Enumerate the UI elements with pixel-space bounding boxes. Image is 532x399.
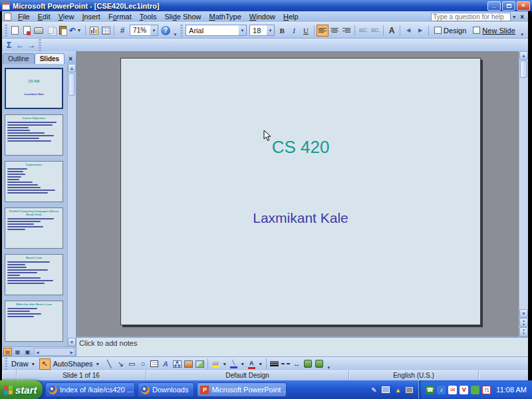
start-button[interactable]: start — [0, 380, 43, 399]
status-language[interactable]: English (U.S.) — [349, 370, 479, 380]
toolbar-grip[interactable] — [5, 25, 7, 37]
permission-button[interactable] — [21, 25, 33, 37]
menu-insert[interactable]: Insert — [78, 12, 104, 21]
zoom-dropdown-icon[interactable]: ▾ — [150, 25, 158, 35]
normal-view-button[interactable]: ▤ — [3, 348, 12, 356]
scroll-right-icon[interactable]: ▶ — [68, 350, 74, 354]
menu-window[interactable]: Window — [245, 12, 279, 21]
horizontal-scrollbar[interactable]: ◀ ▶ — [34, 348, 75, 356]
arrow-style-button[interactable]: ↔ — [291, 358, 303, 370]
line-color-dropdown-icon[interactable]: ▾ — [239, 361, 246, 367]
formatting-toolbar-options[interactable]: ▾ — [519, 24, 526, 37]
restore-button[interactable] — [502, 1, 515, 11]
menu-help[interactable]: Help — [279, 12, 303, 21]
thumb-scroll-down-icon[interactable]: ▼ — [68, 338, 76, 346]
status-design-name[interactable]: Default Design — [146, 370, 349, 380]
align-center-button[interactable] — [329, 25, 340, 37]
arrow-button[interactable]: ↘ — [115, 358, 126, 370]
select-objects-button[interactable]: ↖ — [39, 358, 51, 370]
drawing-toolbar-options[interactable]: ▾ — [325, 357, 332, 370]
previous-slide-button[interactable]: ▲▲ — [519, 318, 528, 327]
volume-tray-icon[interactable]: ♪ — [437, 386, 446, 394]
taskbar-task-firefox-1[interactable]: Index of /kale/cs420 ... — [45, 382, 135, 397]
notes-pane[interactable]: Click to add notes — [76, 336, 528, 356]
slide-thumbnail-2[interactable]: Course Objectives — [5, 114, 65, 156]
document-close-icon[interactable]: × — [517, 13, 528, 21]
menu-format[interactable]: Format — [104, 12, 136, 21]
font-name-select[interactable]: Arial ▾ — [186, 25, 247, 36]
phone-tray-icon[interactable]: ☎ — [426, 386, 434, 394]
panel-close-icon[interactable]: × — [65, 55, 76, 64]
font-size-select[interactable]: 18 ▾ — [249, 25, 275, 36]
diagram-button[interactable] — [172, 358, 183, 370]
nav-toolbar-grip[interactable] — [39, 39, 41, 51]
slideshow-view-button[interactable]: ▣ — [23, 348, 32, 356]
menu-edit[interactable]: Edit — [34, 12, 55, 21]
line-button[interactable]: ╲ — [104, 358, 115, 370]
new-button[interactable] — [9, 25, 21, 37]
clipart-button[interactable] — [183, 358, 194, 370]
thumbnail-scrollbar[interactable]: ▲ ▼ — [67, 64, 76, 346]
slide-thumbnail-4[interactable]: Parallel Computing Languages (Glossy Bro… — [5, 207, 65, 249]
next-slide-button[interactable]: ▼▼ — [519, 327, 528, 336]
insert-table-button[interactable] — [100, 25, 112, 37]
underline-button[interactable]: U — [300, 25, 312, 37]
autoshapes-menu-button[interactable]: AutoShapes▾ — [51, 358, 104, 370]
help-button[interactable]: ? — [160, 25, 172, 37]
drawing-toolbar-grip[interactable] — [5, 358, 7, 370]
forward-icon[interactable]: → — [26, 40, 37, 51]
new-slide-button[interactable]: New Slide — [469, 24, 519, 37]
oval-button[interactable]: ○ — [138, 358, 149, 370]
line-color-button[interactable]: ╲ — [228, 358, 239, 370]
increase-font-button[interactable]: A — [386, 25, 398, 37]
italic-button[interactable]: I — [288, 25, 300, 37]
main-scroll-thumb[interactable] — [520, 61, 527, 78]
minimize-button[interactable]: _ — [487, 1, 501, 11]
standard-toolbar-options[interactable]: ▾ — [172, 24, 179, 37]
slide-thumbnail-5[interactable]: Moore's Law — [5, 254, 65, 295]
decrease-indent-button[interactable]: ◀ — [402, 25, 414, 37]
menu-slide-show[interactable]: Slide Show — [160, 12, 205, 21]
taskbar-task-firefox-2[interactable]: Downloads — [138, 382, 194, 397]
insert-picture-button[interactable] — [194, 358, 205, 370]
menu-tools[interactable]: Tools — [136, 12, 161, 21]
undo-button[interactable]: ↶▾ — [68, 25, 83, 37]
slide-thumbnail-6[interactable]: What else after Moore's Law — [5, 301, 65, 342]
mathtype-tray-icon[interactable]: 71 — [482, 386, 491, 394]
textbox-button[interactable] — [149, 358, 160, 370]
slide-subtitle-text[interactable]: Laxmikant Kale — [121, 210, 480, 226]
scroll-left-icon[interactable]: ◀ — [35, 350, 41, 354]
eraser-icon[interactable] — [406, 387, 413, 393]
slide-thumbnail-3[interactable]: Organization — [5, 161, 65, 202]
tab-outline[interactable]: Outline — [3, 53, 35, 64]
help-dropdown-icon[interactable]: ▾ — [511, 14, 517, 20]
zoom-select[interactable]: 71% ▾ — [130, 25, 158, 36]
numbering-button[interactable] — [357, 25, 369, 37]
show-grid-button[interactable]: # — [116, 25, 128, 37]
font-color-dropdown-icon[interactable]: ▾ — [257, 361, 264, 367]
thumb-scroll-thumb[interactable] — [68, 73, 75, 96]
fill-color-dropdown-icon[interactable]: ▾ — [221, 361, 228, 367]
main-scroll-down-icon[interactable]: ▼ — [519, 309, 528, 318]
close-button[interactable]: × — [517, 1, 530, 11]
bold-button[interactable]: B — [276, 25, 288, 37]
align-right-button[interactable] — [340, 25, 352, 37]
insert-chart-button[interactable] — [88, 25, 100, 37]
triangle-icon[interactable]: ▲ — [393, 385, 402, 394]
mail-tray-icon[interactable]: ✉ — [448, 386, 457, 394]
wordart-button[interactable]: A — [160, 358, 172, 370]
threed-style-button[interactable] — [314, 358, 325, 370]
back-icon[interactable]: ← — [15, 40, 26, 51]
slide-thumbnail-1[interactable]: CS 420Laxmikant Kale — [5, 68, 65, 109]
font-size-dropdown-icon[interactable]: ▾ — [267, 25, 274, 35]
menu-view[interactable]: View — [55, 12, 78, 21]
font-color-button[interactable]: A — [246, 358, 257, 370]
font-dropdown-icon[interactable]: ▾ — [239, 25, 246, 35]
bullets-button[interactable] — [369, 25, 381, 37]
main-scrollbar[interactable]: ▲ ▼ ▲▲ ▼▼ — [519, 51, 528, 336]
monitor-icon[interactable] — [382, 386, 390, 393]
dash-style-button[interactable] — [280, 358, 291, 370]
increase-indent-button[interactable]: ▶ — [414, 25, 426, 37]
align-left-button[interactable] — [317, 25, 329, 37]
help-question-input[interactable] — [431, 13, 511, 21]
